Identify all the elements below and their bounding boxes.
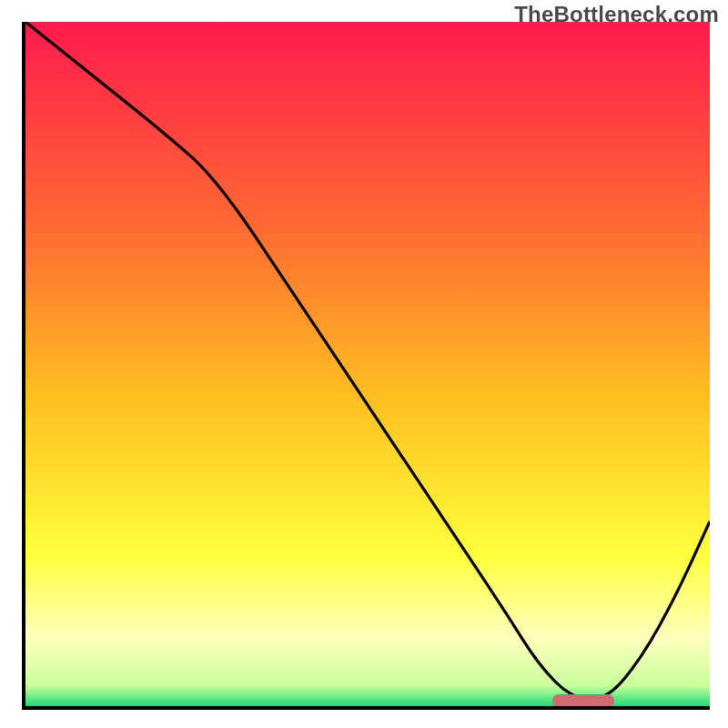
attribution-label: TheBottleneck.com [514,2,719,27]
chart-container: TheBottleneck.com [0,0,728,728]
optimum-marker [552,694,614,707]
plot-area [22,22,710,710]
curve-svg [25,22,710,706]
bottleneck-curve-path [25,22,710,699]
